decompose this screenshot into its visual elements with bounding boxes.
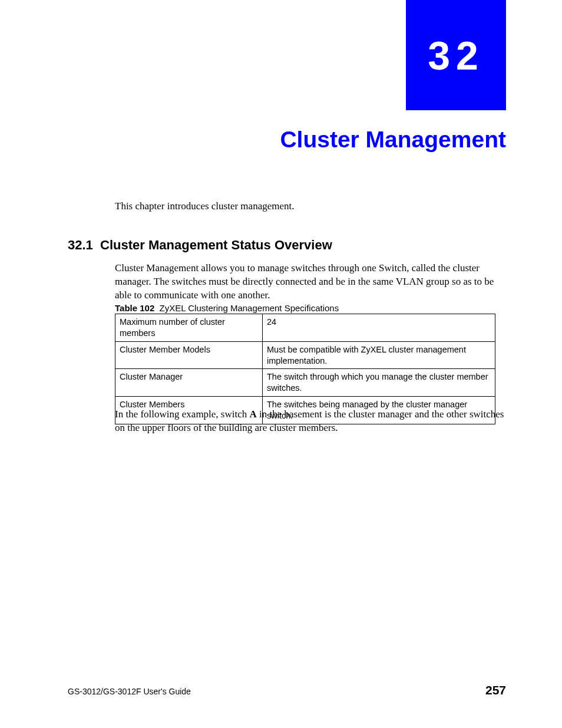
- page-footer: GS-3012/GS-3012F User's Guide 257: [68, 683, 506, 697]
- section-paragraph-2: In the following example, switch A in th…: [115, 408, 506, 435]
- table-cell-value: The switch through which you manage the …: [263, 369, 495, 397]
- table-cell-value: Must be compatible with ZyXEL cluster ma…: [263, 341, 495, 369]
- table-caption: Table 102 ZyXEL Clustering Management Sp…: [115, 303, 339, 313]
- table-row: Maximum number of cluster members 24: [115, 314, 495, 342]
- section-title: Cluster Management Status Overview: [100, 238, 332, 252]
- section-heading: 32.1 Cluster Management Status Overview: [68, 238, 332, 253]
- para2-bold: A: [250, 409, 257, 420]
- table-cell-value: 24: [263, 314, 495, 342]
- table-caption-label: Table 102: [115, 303, 154, 313]
- section-paragraph-1: Cluster Management allows you to manage …: [115, 262, 506, 302]
- table-row: Cluster Member Models Must be compatible…: [115, 341, 495, 369]
- chapter-intro-text: This chapter introduces cluster manageme…: [115, 200, 294, 212]
- chapter-number: 32: [428, 32, 484, 78]
- footer-guide-title: GS-3012/GS-3012F User's Guide: [68, 687, 191, 696]
- table-cell-label: Maximum number of cluster members: [115, 314, 263, 342]
- para2-pre: In the following example, switch: [115, 409, 250, 420]
- table-cell-label: Cluster Member Models: [115, 341, 263, 369]
- page: 32 Cluster Management This chapter intro…: [0, 0, 562, 728]
- footer-page-number: 257: [485, 683, 506, 697]
- chapter-title: Cluster Management: [280, 127, 506, 153]
- table-caption-text: ZyXEL Clustering Management Specificatio…: [160, 303, 339, 313]
- table-row: Cluster Manager The switch through which…: [115, 369, 495, 397]
- section-number: 32.1: [68, 238, 93, 252]
- table-cell-label: Cluster Manager: [115, 369, 263, 397]
- chapter-number-box: 32: [406, 0, 506, 110]
